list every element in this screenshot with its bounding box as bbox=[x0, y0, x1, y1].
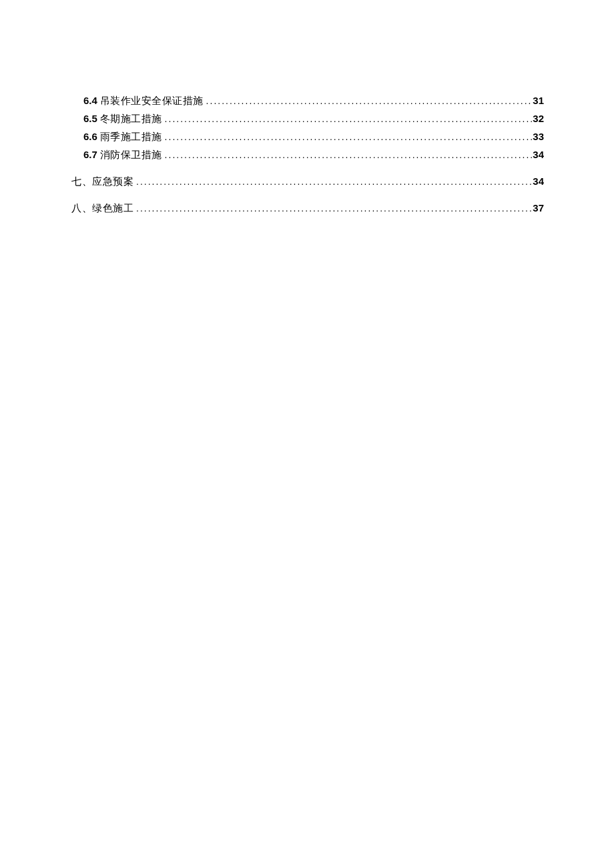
toc-label: 6.7 消防保卫措施 bbox=[83, 146, 162, 163]
toc-entry-number: 6.6 bbox=[83, 131, 97, 142]
toc-entry-title: 绿色施工 bbox=[92, 203, 133, 213]
toc-leader-dots bbox=[133, 173, 533, 190]
toc-entry: 6.5 冬期施工措施 32 bbox=[71, 110, 544, 127]
toc-entry-number: 6.7 bbox=[83, 149, 97, 160]
toc-page-number: 37 bbox=[533, 199, 544, 217]
toc-entry-number: 6.5 bbox=[83, 113, 97, 124]
toc-leader-dots bbox=[162, 146, 533, 163]
toc-label: 6.5 冬期施工措施 bbox=[83, 110, 162, 127]
toc-entry: 6.6 雨季施工措施 33 bbox=[71, 128, 544, 145]
toc-entry-number: 6.4 bbox=[83, 95, 97, 106]
toc-page-number: 34 bbox=[533, 173, 544, 190]
toc-leader-dots bbox=[204, 92, 533, 109]
toc-page-number: 33 bbox=[533, 128, 544, 145]
toc-page-number: 32 bbox=[533, 110, 544, 127]
toc-leader-dots bbox=[162, 110, 533, 127]
toc-label: 八、绿色施工 bbox=[71, 199, 133, 217]
document-page: 6.4 吊装作业安全保证措施 31 6.5 冬期施工措施 32 6.6 雨季施工… bbox=[0, 0, 614, 868]
toc-label: 6.6 雨季施工措施 bbox=[83, 128, 162, 145]
toc-entry-number: 七、 bbox=[71, 176, 92, 187]
toc-entry: 八、绿色施工 37 bbox=[71, 199, 544, 217]
toc-label: 6.4 吊装作业安全保证措施 bbox=[83, 92, 204, 109]
table-of-contents: 6.4 吊装作业安全保证措施 31 6.5 冬期施工措施 32 6.6 雨季施工… bbox=[71, 92, 544, 218]
toc-entry: 6.4 吊装作业安全保证措施 31 bbox=[71, 92, 544, 109]
toc-entry-title: 冬期施工措施 bbox=[100, 113, 162, 124]
toc-entry-title: 消防保卫措施 bbox=[100, 149, 162, 160]
toc-leader-dots bbox=[133, 199, 533, 217]
toc-entry: 七、应急预案 34 bbox=[71, 173, 544, 190]
toc-label: 七、应急预案 bbox=[71, 173, 133, 190]
toc-page-number: 31 bbox=[533, 92, 544, 109]
toc-entry: 6.7 消防保卫措施 34 bbox=[71, 146, 544, 163]
toc-entry-title: 雨季施工措施 bbox=[100, 131, 162, 142]
toc-entry-title: 吊装作业安全保证措施 bbox=[100, 95, 204, 106]
toc-entry-title: 应急预案 bbox=[92, 176, 133, 187]
toc-page-number: 34 bbox=[533, 146, 544, 163]
toc-leader-dots bbox=[162, 128, 533, 145]
toc-entry-number: 八、 bbox=[71, 203, 92, 213]
